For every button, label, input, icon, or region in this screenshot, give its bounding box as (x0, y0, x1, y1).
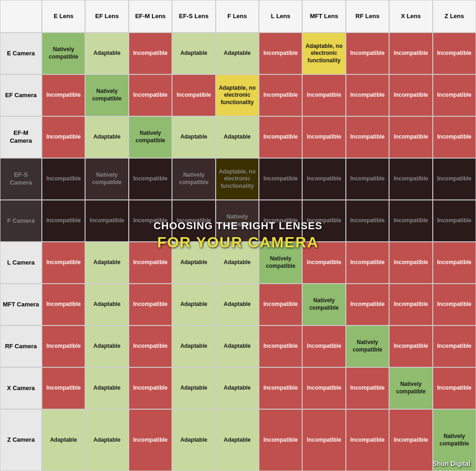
cell-r6-c8: Incompatible (389, 284, 432, 325)
cell-r7-c9: Incompatible (433, 325, 476, 367)
cell-r1-c7: Incompatible (346, 74, 389, 116)
corner-cell (0, 0, 42, 33)
cell-r6-c6: Natively compatible (302, 284, 345, 325)
col-header-rf-lens: RF Lens (346, 0, 389, 33)
row-header-mft-camera: MFT Camera (0, 284, 42, 325)
cell-r6-c2: Incompatible (129, 284, 172, 325)
cell-r7-c5: Incompatible (259, 325, 302, 367)
row-header-f-camera: F Camera (0, 200, 42, 242)
cell-r7-c0: Incompatible (42, 325, 85, 367)
cell-r7-c7: Natively compatible (346, 325, 389, 367)
cell-r9-c9: Natively compatible (433, 409, 476, 471)
row-header-x-camera: X Camera (0, 367, 42, 409)
cell-r3-c6: Incompatible (302, 158, 345, 200)
cell-r9-c4: Adaptable (216, 409, 259, 471)
cell-r6-c9: Incompatible (433, 284, 476, 325)
cell-r3-c0: Incompatible (42, 158, 85, 200)
cell-r1-c2: Incompatible (129, 74, 172, 116)
cell-r3-c5: Incompatible (259, 158, 302, 200)
cell-r7-c8: Incompatible (389, 325, 432, 367)
cell-r5-c1: Adaptable (85, 242, 128, 284)
cell-r9-c5: Incompatible (259, 409, 302, 471)
cell-r8-c9: Incompatible (433, 367, 476, 409)
cell-r7-c1: Adaptable (85, 325, 128, 367)
col-header-mft-lens: MFT Lens (302, 0, 345, 33)
cell-r8-c4: Adaptable (216, 367, 259, 409)
cell-r0-c8: Incompatible (389, 33, 432, 74)
cell-r8-c1: Adaptable (85, 367, 128, 409)
cell-r9-c7: Incompatible (346, 409, 389, 471)
cell-r5-c5: Natively compatible (259, 242, 302, 284)
cell-r9-c2: Incompatible (129, 409, 172, 471)
cell-r3-c9: Incompatible (433, 158, 476, 200)
cell-r5-c3: Adaptable (172, 242, 215, 284)
cell-r1-c1: Natively compatible (85, 74, 128, 116)
cell-r0-c1: Adaptable (85, 33, 128, 74)
cell-r0-c9: Incompatible (433, 33, 476, 74)
cell-r8-c0: Incompatible (42, 367, 85, 409)
cell-r4-c6: Incompatible (302, 200, 345, 242)
cell-r0-c4: Adaptable (216, 33, 259, 74)
cell-r4-c1: Incompatible (85, 200, 128, 242)
cell-r5-c7: Incompatible (346, 242, 389, 284)
cell-r4-c0: Incompatible (42, 200, 85, 242)
cell-r0-c3: Adaptable (172, 33, 215, 74)
cell-r7-c3: Adaptable (172, 325, 215, 367)
cell-r0-c5: Incompatible (259, 33, 302, 74)
cell-r2-c2: Natively compatible (129, 116, 172, 158)
cell-r6-c5: Incompatible (259, 284, 302, 325)
col-header-ef-s-lens: EF-S Lens (172, 0, 215, 33)
cell-r4-c7: Incompatible (346, 200, 389, 242)
cell-r9-c8: Incompatible (389, 409, 432, 471)
cell-r8-c5: Incompatible (259, 367, 302, 409)
cell-r2-c0: Incompatible (42, 116, 85, 158)
cell-r2-c6: Incompatible (302, 116, 345, 158)
cell-r8-c7: Incompatible (346, 367, 389, 409)
cell-r4-c5: Incompatible (259, 200, 302, 242)
cell-r4-c2: Incompatible (129, 200, 172, 242)
cell-r1-c0: Incompatible (42, 74, 85, 116)
col-header-e-lens: E Lens (42, 0, 85, 33)
cell-r2-c8: Incompatible (389, 116, 432, 158)
cell-r3-c8: Incompatible (389, 158, 432, 200)
cell-r1-c5: Incompatible (259, 74, 302, 116)
cell-r2-c7: Incompatible (346, 116, 389, 158)
cell-r1-c3: Incompatible (172, 74, 215, 116)
cell-r4-c3: Incompatible (172, 200, 215, 242)
cell-r0-c6: Adaptable, no electronic functionality (302, 33, 345, 74)
cell-r8-c8: Natively compatible (389, 367, 432, 409)
cell-r6-c4: Adaptable (216, 284, 259, 325)
col-header-l-lens: L Lens (259, 0, 302, 33)
cell-r5-c0: Incompatible (42, 242, 85, 284)
cell-r2-c1: Adaptable (85, 116, 128, 158)
cell-r5-c9: Incompatible (433, 242, 476, 284)
row-header-l-camera: L Camera (0, 242, 42, 284)
cell-r9-c1: Adaptable (85, 409, 128, 471)
cell-r8-c6: Incompatible (302, 367, 345, 409)
cell-r1-c9: Incompatible (433, 74, 476, 116)
col-header-z-lens: Z Lens (433, 0, 476, 33)
cell-r5-c4: Adaptable (216, 242, 259, 284)
cell-r9-c0: Adaptable (42, 409, 85, 471)
cell-r6-c7: Incompatible (346, 284, 389, 325)
row-header-ef-camera: EF Camera (0, 74, 42, 116)
cell-r9-c6: Incompatible (302, 409, 345, 471)
col-header-f-lens: F Lens (216, 0, 259, 33)
cell-r8-c3: Adaptable (172, 367, 215, 409)
cell-r1-c8: Incompatible (389, 74, 432, 116)
cell-r0-c7: Incompatible (346, 33, 389, 74)
cell-r6-c0: Incompatible (42, 284, 85, 325)
cell-r2-c5: Incompatible (259, 116, 302, 158)
cell-r0-c0: Natively compatible (42, 33, 85, 74)
row-header-rf-camera: RF Camera (0, 325, 42, 367)
row-header-e-camera: E Camera (0, 33, 42, 74)
cell-r7-c4: Adaptable (216, 325, 259, 367)
cell-r0-c2: Incompatible (129, 33, 172, 74)
cell-r4-c9: Incompatible (433, 200, 476, 242)
cell-r4-c4: Natively compatible (216, 200, 259, 242)
cell-r2-c3: Adaptable (172, 116, 215, 158)
cell-r3-c3: Natively compatible (172, 158, 215, 200)
col-header-ef-lens: EF Lens (85, 0, 128, 33)
cell-r3-c1: Natively compatible (85, 158, 128, 200)
cell-r5-c8: Incompatible (389, 242, 432, 284)
